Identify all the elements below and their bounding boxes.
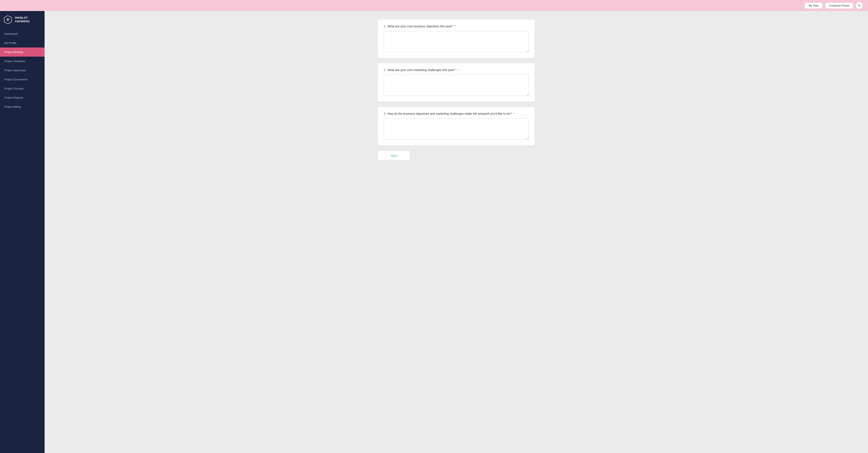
question-card-3: 3.How do the business objectives and mar… — [378, 107, 535, 145]
next-button-container: Next — [378, 151, 535, 161]
sidebar-item-project-reports[interactable]: Project Reports — [0, 93, 44, 102]
sidebar: INKBLOT ANSWERS DashboardMy ProfileProje… — [0, 11, 44, 453]
customer-portal-button[interactable]: Customer Portal — [825, 3, 853, 9]
question-label-1: 1.What are your core business objectives… — [384, 25, 529, 28]
question-textarea-3[interactable] — [384, 118, 529, 139]
question-number-3: 3. — [384, 112, 386, 116]
question-text-3: How do the business objectives and marke… — [388, 112, 515, 116]
question-textarea-2[interactable] — [384, 75, 529, 96]
main-layout: INKBLOT ANSWERS DashboardMy ProfileProje… — [0, 11, 868, 453]
refresh-icon: ↻ — [858, 4, 861, 8]
required-star-3: * — [512, 112, 514, 116]
next-button[interactable]: Next — [378, 151, 410, 161]
sidebar-item-project-approvals[interactable]: Project Approvals — [0, 66, 44, 75]
question-text-2: What are your core marketing challenges … — [388, 68, 458, 72]
logo-icon — [3, 15, 12, 24]
question-card-1: 1.What are your core business objectives… — [378, 20, 535, 58]
sidebar-item-project-surveys[interactable]: Project Surveys — [0, 84, 44, 93]
question-number-2: 2. — [384, 68, 386, 72]
settings-icon-button[interactable]: ↻ — [856, 2, 863, 9]
form-container: 1.What are your core business objectives… — [378, 20, 535, 161]
question-card-2: 2.What are your core marketing challenge… — [378, 63, 535, 102]
question-label-2: 2.What are your core marketing challenge… — [384, 68, 529, 72]
main-content: 1.What are your core business objectives… — [44, 11, 868, 453]
sidebar-item-project-timelines[interactable]: Project Timelines — [0, 57, 44, 66]
required-star-1: * — [454, 25, 456, 28]
sidebar-logo: INKBLOT ANSWERS — [0, 11, 44, 29]
sidebar-nav: DashboardMy ProfileProject BriefingProje… — [0, 29, 44, 453]
sidebar-item-project-documents[interactable]: Project Documents — [0, 75, 44, 84]
question-label-3: 3.How do the business objectives and mar… — [384, 112, 529, 116]
sidebar-item-project-billing[interactable]: Project Billing — [0, 102, 44, 111]
my-plan-button[interactable]: My Plan — [805, 3, 823, 9]
question-number-1: 1. — [384, 25, 386, 28]
top-bar: My Plan Customer Portal ↻ — [0, 0, 868, 11]
brand-name: INKBLOT ANSWERS — [15, 16, 30, 23]
sidebar-item-dashboard[interactable]: Dashboard — [0, 29, 44, 38]
question-textarea-1[interactable] — [384, 31, 529, 52]
sidebar-item-project-briefing[interactable]: Project Briefing — [0, 47, 44, 57]
required-star-2: * — [456, 68, 458, 72]
sidebar-item-my-profile[interactable]: My Profile — [0, 38, 44, 47]
question-text-1: What are your core business objectives t… — [388, 25, 456, 28]
